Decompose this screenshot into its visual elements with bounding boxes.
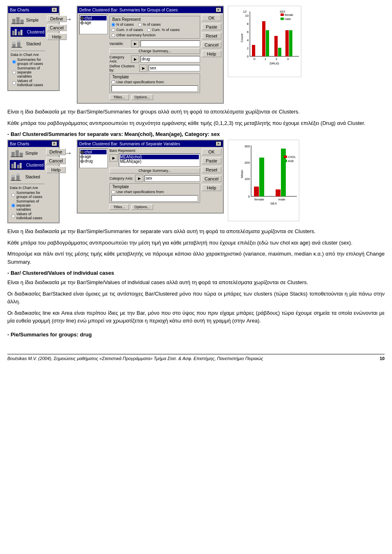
- ok-btn-2[interactable]: OK: [202, 149, 221, 155]
- chart-type-simple-2[interactable]: Simple: [10, 149, 45, 158]
- chart-type-stacked-1[interactable]: Stacked: [11, 39, 45, 48]
- cancel-btn-1[interactable]: Cancel: [47, 24, 67, 31]
- clustered-dialog-1: Define Clustered Bar: Summaries for Grou…: [77, 6, 224, 104]
- radio-summaries-separate-1[interactable]: Summaries of separate variables: [12, 66, 45, 78]
- svg-rect-9: [12, 44, 16, 47]
- means-listbox-2[interactable]: MEAN(chol) MEAN(age): [119, 154, 200, 167]
- svg-text:300: 300: [245, 145, 250, 148]
- radio-cum-pct-1[interactable]: Cum. % of cases: [147, 28, 180, 32]
- radio-values-individual-1[interactable]: Values of individual cases: [12, 79, 45, 87]
- define-btn-1[interactable]: Define: [47, 16, 67, 22]
- para6: Είναι η ίδια διαδικασία με την Bar/Simpl…: [7, 278, 385, 287]
- stacked-label-2: Stacked: [25, 175, 40, 179]
- titles-btn-2[interactable]: Titles...: [109, 204, 129, 210]
- svg-text:10: 10: [245, 14, 249, 18]
- use-chart-cb-2[interactable]: Use chart specifications from:: [111, 190, 198, 194]
- template-file-field-1[interactable]: [111, 85, 198, 92]
- svg-text:100: 100: [245, 177, 250, 181]
- svg-text:8: 8: [247, 22, 249, 26]
- bar-charts-dialog-2: Bar Charts ✕ Simple: [7, 140, 60, 223]
- chart-type-stacked-2[interactable]: Stacked: [10, 172, 45, 181]
- svg-rect-53: [16, 174, 20, 176]
- change-summary-btn-1[interactable]: Change Summary...: [109, 48, 200, 54]
- bar-charts-dialog-1-titlebar: Bar Charts ✕: [8, 7, 59, 13]
- bar-charts-dialog-1: Bar Charts ✕ Simple: [7, 6, 60, 91]
- svg-text:3: 3: [287, 57, 289, 61]
- svg-rect-52: [16, 176, 20, 180]
- svg-rect-63: [259, 158, 264, 196]
- svg-text:SEX: SEX: [270, 202, 277, 205]
- chart-type-simple-1[interactable]: Simple: [11, 16, 45, 24]
- variables-listbox-1[interactable]: chol age: [79, 15, 108, 34]
- radio-other-summary-1[interactable]: Other summary function: [111, 33, 198, 37]
- svg-rect-24: [252, 45, 255, 56]
- radio-summaries-separate-2[interactable]: Summaries of separate variables: [11, 199, 45, 211]
- variables-listbox-2[interactable]: chol age drug: [79, 149, 108, 168]
- clustered-dialog-2-title: Define Clustered Bar: Summaries of Separ…: [79, 142, 180, 146]
- svg-rect-43: [20, 153, 23, 157]
- reset-btn-1[interactable]: Reset: [202, 33, 221, 39]
- reset-btn-2[interactable]: Reset: [202, 167, 221, 173]
- clustered-dialog-1-title: Define Clustered Bar: Summaries for Grou…: [79, 8, 178, 12]
- simple-bar-icon: [11, 16, 24, 24]
- cancel-btn-1b[interactable]: Cancel: [202, 42, 221, 48]
- var-chol-1[interactable]: chol: [80, 16, 107, 20]
- cancel-btn-2[interactable]: Cancel: [46, 158, 66, 164]
- svg-rect-10: [12, 42, 16, 44]
- template-file-field-2[interactable]: [111, 195, 198, 202]
- para4: Κάθε μπάρα του ραβδογράμματος αντιπροσωπ…: [7, 239, 385, 247]
- radio-summaries-groups-1[interactable]: Summaries for groups of cases: [12, 58, 45, 66]
- help-btn-1b[interactable]: Help: [202, 51, 221, 57]
- chart-type-clustered-1[interactable]: Clustered: [11, 27, 45, 37]
- svg-text:male: male: [285, 18, 291, 20]
- var-drug-2[interactable]: drug: [80, 159, 107, 163]
- svg-rect-45: [11, 164, 13, 169]
- define-btn-2[interactable]: Define: [46, 149, 66, 155]
- var-chol-2[interactable]: chol: [80, 150, 107, 154]
- svg-text:Mean: Mean: [240, 170, 244, 178]
- var-age-1[interactable]: age: [80, 20, 107, 25]
- mean-chol-2[interactable]: MEAN(chol): [120, 155, 199, 159]
- para2: Κάθε μπάρα του ραβδογράμματος αντιπροσωπ…: [7, 119, 385, 127]
- radio-summaries-groups-2[interactable]: Summaries for groups of cases: [11, 191, 45, 199]
- ok-btn-1[interactable]: OK: [202, 15, 221, 21]
- use-chart-cb-1[interactable]: Use chart specifications from:: [111, 80, 198, 84]
- svg-rect-25: [262, 21, 265, 56]
- chart-type-clustered-2[interactable]: Clustered: [10, 160, 45, 170]
- mean-age-2[interactable]: MEAN(age): [120, 159, 199, 164]
- clustered-dialog-1-close[interactable]: ✕: [216, 7, 221, 12]
- clustered-dialog-1-titlebar: Define Clustered Bar: Summaries for Grou…: [78, 7, 223, 13]
- svg-rect-41: [11, 152, 15, 157]
- options-btn-2[interactable]: Options...: [131, 204, 153, 210]
- bar-charts-dialog-2-close[interactable]: ✕: [51, 141, 57, 146]
- options-btn-1[interactable]: Options...: [131, 94, 153, 100]
- titles-btn-1[interactable]: Titles...: [109, 94, 129, 100]
- arrow-category-btn-2[interactable]: ▶: [135, 175, 143, 182]
- arrow-category-btn-1[interactable]: ▶: [131, 56, 139, 63]
- clustered-dialog-2-close[interactable]: ✕: [216, 141, 221, 146]
- svg-rect-62: [254, 187, 259, 196]
- svg-text:Count: Count: [240, 33, 244, 42]
- cancel-btn-2b[interactable]: Cancel: [202, 176, 221, 182]
- paste-btn-2[interactable]: Paste: [202, 158, 221, 164]
- section5-heading: - Pie/Summaries for groups: drug: [7, 332, 385, 338]
- template-fieldset-1: Template Use chart specifications from:: [109, 73, 200, 93]
- arrow-variable-btn-1[interactable]: ▶: [131, 40, 139, 47]
- help-btn-2[interactable]: Help: [46, 167, 66, 173]
- arrow-clusters-btn-1[interactable]: ▶: [139, 65, 147, 72]
- category-field-2: sex: [145, 175, 200, 182]
- paste-btn-1[interactable]: Paste: [202, 24, 221, 30]
- svg-rect-46: [14, 162, 16, 169]
- bar-charts-dialog-1-close[interactable]: ✕: [51, 7, 57, 12]
- help-btn-2b[interactable]: Help: [202, 185, 221, 191]
- radio-pct-cases-1[interactable]: % of cases: [138, 22, 161, 27]
- help-btn-1[interactable]: Help: [47, 33, 67, 40]
- svg-text:SEX: SEX: [280, 10, 285, 13]
- change-summary-btn-2[interactable]: Change Summary...: [109, 168, 200, 174]
- radio-values-individual-2[interactable]: Values of individual cases: [11, 212, 45, 220]
- var-age-2[interactable]: age: [80, 154, 107, 159]
- svg-text:200: 200: [245, 161, 250, 165]
- radio-cum-n-1[interactable]: Cum. n of cases: [111, 28, 143, 32]
- arrow-means-btn-2[interactable]: ▶: [109, 154, 118, 162]
- radio-n-of-cases-1[interactable]: N of cases: [111, 22, 134, 27]
